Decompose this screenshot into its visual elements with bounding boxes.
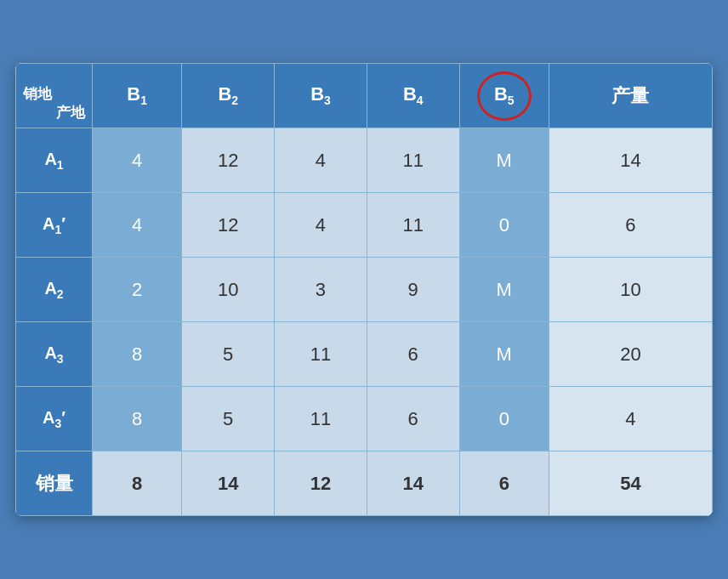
corner-top: 销地 [23, 85, 85, 104]
cell-a1p-b1: 4 [93, 193, 182, 258]
header-b1: B1 [93, 64, 182, 128]
cell-a1p-b4: 11 [367, 193, 459, 258]
row-label-a1prime: A1′ [16, 193, 93, 258]
cell-a2-b1: 2 [93, 258, 182, 322]
row-label-a3prime: A3′ [16, 387, 93, 451]
cell-a1p-output: 6 [549, 193, 712, 258]
cell-a1-b1: 4 [93, 128, 182, 193]
transport-table: 销地 产地 B1 B2 B3 B4 B5 产量 A1 4 12 4 [15, 63, 713, 516]
footer-b1: 8 [93, 451, 182, 516]
header-output: 产量 [549, 64, 712, 128]
corner-bottom: 产地 [23, 104, 85, 122]
cell-a1-b3: 4 [275, 128, 367, 193]
table-row: A1′ 4 12 4 11 0 6 [16, 193, 713, 258]
cell-a2-b2: 10 [182, 258, 275, 322]
table-row: A3 8 5 11 6 M 20 [16, 322, 713, 387]
row-label-a2: A2 [16, 258, 93, 322]
cell-a2-output: 10 [549, 258, 712, 322]
cell-a3-b4: 6 [367, 322, 459, 387]
cell-a3-output: 20 [549, 322, 712, 387]
footer-b4: 14 [367, 451, 459, 516]
header-b5: B5 [459, 64, 549, 128]
cell-a1p-b2: 12 [182, 193, 275, 258]
cell-a3p-output: 4 [549, 387, 712, 451]
header-b2: B2 [182, 64, 275, 128]
cell-a3p-b2: 5 [182, 387, 275, 451]
cell-a3-b1: 8 [93, 322, 182, 387]
footer-b3: 12 [275, 451, 367, 516]
cell-a2-b3: 3 [275, 258, 367, 322]
cell-a1-output: 14 [549, 128, 712, 193]
header-b4: B4 [367, 64, 459, 128]
cell-a2-b5: M [459, 258, 549, 322]
corner-header: 销地 产地 [16, 64, 93, 128]
cell-a1p-b3: 4 [275, 193, 367, 258]
table-row: A2 2 10 3 9 M 10 [16, 258, 713, 322]
cell-a1p-b5: 0 [459, 193, 549, 258]
cell-a3p-b4: 6 [367, 387, 459, 451]
cell-a3-b5: M [459, 322, 549, 387]
cell-a1-b5: M [459, 128, 549, 193]
b5-circle-decoration [477, 71, 532, 121]
footer-row: 销量 8 14 12 14 6 54 [16, 451, 713, 516]
cell-a1-b2: 12 [182, 128, 275, 193]
cell-a3-b3: 11 [275, 322, 367, 387]
footer-b2: 14 [182, 451, 275, 516]
cell-a2-b4: 9 [367, 258, 459, 322]
cell-a3p-b3: 11 [275, 387, 367, 451]
cell-a3p-b5: 0 [459, 387, 549, 451]
cell-a3-b2: 5 [182, 322, 275, 387]
table-row: A3′ 8 5 11 6 0 4 [16, 387, 713, 451]
table-row: A1 4 12 4 11 M 14 [16, 128, 713, 193]
cell-a1-b4: 11 [367, 128, 459, 193]
row-label-a1: A1 [16, 128, 93, 193]
row-label-a3: A3 [16, 322, 93, 387]
footer-total: 54 [549, 451, 712, 516]
footer-b5: 6 [459, 451, 549, 516]
cell-a3p-b1: 8 [93, 387, 182, 451]
header-b3: B3 [275, 64, 367, 128]
footer-label: 销量 [16, 451, 93, 516]
